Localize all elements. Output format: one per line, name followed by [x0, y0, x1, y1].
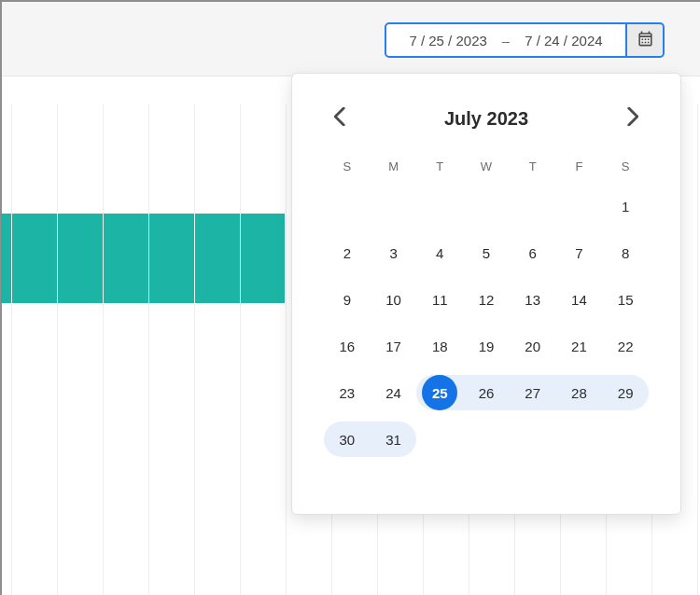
calendar-day[interactable]: 21 — [556, 328, 603, 364]
weekday-label: W — [463, 159, 510, 173]
calendar-day-number: 25 — [432, 385, 448, 401]
end-date-value: 7 / 24 / 2024 — [525, 33, 602, 48]
weekday-label: F — [556, 159, 603, 173]
calendar-day-empty — [463, 188, 510, 224]
calendar-day-number: 8 — [622, 245, 629, 261]
calendar-day-number: 3 — [389, 245, 397, 261]
calendar-day-number: 11 — [432, 292, 448, 308]
grid-line — [697, 104, 698, 595]
start-date-value: 7 / 25 / 2023 — [409, 33, 486, 48]
calendar-day-number: 1 — [622, 199, 629, 214]
calendar-day-number: 14 — [571, 292, 587, 308]
toolbar: 7 / 25 / 2023 – 7 / 24 / 2024 — [2, 2, 700, 76]
calendar-day[interactable]: 20 — [510, 328, 556, 364]
calendar-day[interactable]: 15 — [602, 282, 649, 317]
prev-month-button[interactable] — [324, 103, 356, 134]
grid-line — [240, 104, 241, 595]
calendar-icon — [637, 30, 654, 51]
calendar-day[interactable]: 24 — [371, 375, 417, 410]
calendar-day[interactable]: 17 — [371, 328, 417, 364]
app-frame: 7 / 25 / 2023 – 7 / 24 / 2024 July 2023 — [0, 0, 700, 595]
calendar-day[interactable]: 9 — [324, 282, 371, 317]
calendar-day-number: 24 — [385, 385, 401, 401]
calendar-week-row: 9101112131415 — [324, 282, 649, 317]
calendar-day[interactable]: 18 — [416, 328, 463, 364]
calendar-day[interactable]: 7 — [556, 235, 603, 270]
date-range-picker: 7 / 25 / 2023 – 7 / 24 / 2024 — [385, 22, 665, 58]
chevron-left-icon — [334, 107, 345, 130]
calendar-day-number: 16 — [340, 339, 356, 354]
calendar-day[interactable]: 29 — [602, 375, 649, 410]
calendar-day-empty — [416, 188, 463, 224]
calendar-week-row: 23242526272829 — [324, 375, 649, 410]
weekday-label: M — [371, 159, 417, 173]
calendar-day-number: 4 — [436, 245, 443, 261]
calendar-day-number: 12 — [479, 292, 495, 308]
calendar-day[interactable]: 13 — [510, 282, 556, 317]
weekday-label: T — [510, 159, 556, 173]
calendar-month-title: July 2023 — [444, 108, 528, 130]
calendar-day[interactable]: 2 — [324, 235, 371, 270]
calendar-day-empty — [510, 188, 556, 224]
grid-line — [11, 104, 12, 595]
calendar-day[interactable]: 5 — [463, 235, 510, 270]
calendar-day[interactable]: 14 — [556, 282, 603, 317]
calendar-day-number: 22 — [618, 339, 634, 354]
weekday-label: T — [416, 159, 463, 173]
calendar-day[interactable]: 28 — [556, 375, 603, 410]
calendar-day[interactable]: 8 — [602, 235, 649, 270]
calendar-day[interactable]: 3 — [371, 235, 417, 270]
weekday-header-row: S M T W T F S — [324, 159, 649, 173]
calendar-day[interactable]: 26 — [463, 375, 510, 410]
calendar-day[interactable]: 1 — [602, 188, 649, 224]
calendar-day-number: 9 — [343, 292, 351, 308]
calendar-day[interactable]: 22 — [602, 328, 649, 364]
grid-line — [57, 104, 58, 595]
calendar-day-empty — [324, 188, 371, 224]
grid-line — [103, 104, 104, 595]
calendar-day[interactable]: 6 — [510, 235, 556, 270]
calendar-day[interactable]: 11 — [416, 282, 463, 317]
calendar-day-number: 30 — [340, 432, 356, 448]
calendar-day[interactable]: 4 — [416, 235, 463, 270]
date-range-field[interactable]: 7 / 25 / 2023 – 7 / 24 / 2024 — [385, 22, 627, 58]
calendar-day[interactable]: 30 — [324, 422, 371, 457]
calendar-toggle-button[interactable] — [627, 22, 665, 58]
calendar-day[interactable]: 12 — [463, 282, 510, 317]
date-range-separator: – — [502, 33, 510, 48]
calendar-day-empty — [602, 422, 649, 457]
calendar-day-empty — [416, 422, 463, 457]
weekday-label: S — [602, 159, 649, 173]
calendar-day-number: 5 — [483, 245, 490, 261]
calendar-day-number: 15 — [618, 292, 634, 308]
calendar-day-number: 6 — [529, 245, 537, 261]
calendar-day-number: 26 — [479, 385, 495, 401]
calendar-day[interactable]: 16 — [324, 328, 371, 364]
calendar-day-empty — [463, 422, 510, 457]
calendar-day-number: 21 — [571, 339, 587, 354]
next-month-button[interactable] — [617, 103, 649, 134]
calendar-popover: July 2023 S M T W T F S 1234567891011121… — [291, 73, 681, 515]
calendar-day-number: 7 — [575, 245, 582, 261]
calendar-header: July 2023 — [324, 102, 649, 135]
calendar-day-number: 10 — [385, 292, 401, 308]
calendar-day[interactable]: 23 — [324, 375, 371, 410]
calendar-day-empty — [510, 422, 556, 457]
calendar-day-number: 27 — [525, 385, 540, 401]
calendar-day-number: 2 — [343, 245, 351, 261]
calendar-day-number: 17 — [385, 339, 401, 354]
calendar-day-number: 29 — [618, 385, 634, 401]
calendar-day[interactable]: 19 — [463, 328, 510, 364]
calendar-day-number: 31 — [385, 432, 401, 448]
calendar-day-empty — [371, 188, 417, 224]
calendar-day-number: 18 — [432, 339, 448, 354]
chevron-right-icon — [627, 107, 638, 130]
calendar-day[interactable]: 25 — [416, 375, 463, 410]
calendar-day[interactable]: 31 — [371, 422, 417, 457]
weekday-label: S — [324, 159, 371, 173]
calendar-day[interactable]: 10 — [371, 282, 417, 317]
calendar-day[interactable]: 27 — [510, 375, 556, 410]
calendar-week-row: 3031 — [324, 422, 649, 457]
grid-line — [148, 104, 149, 595]
calendar-day-number: 23 — [340, 385, 356, 401]
